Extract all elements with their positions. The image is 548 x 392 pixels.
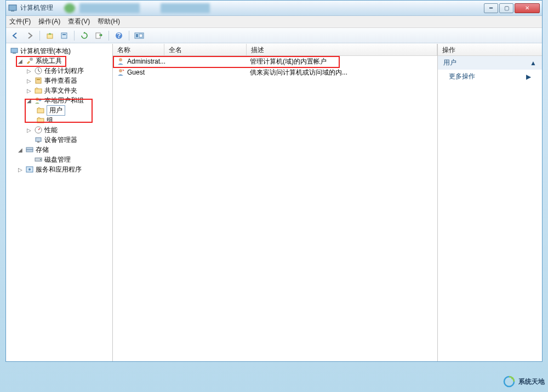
collapse-icon[interactable]: ◢ xyxy=(26,98,32,104)
tree-event-viewer[interactable]: ▷ 事件查看器 xyxy=(7,76,111,86)
action-more[interactable]: 更多操作 ▶ xyxy=(438,70,542,83)
svg-rect-20 xyxy=(37,109,44,113)
collapse-icon[interactable]: ◢ xyxy=(17,147,24,153)
action-section-users[interactable]: 用户 ▲ xyxy=(438,56,542,70)
svg-point-30 xyxy=(28,168,31,171)
back-button[interactable] xyxy=(9,30,21,42)
folder-icon xyxy=(36,116,45,124)
svg-text:?: ? xyxy=(117,32,121,39)
svg-point-34 xyxy=(511,377,513,379)
svg-point-28 xyxy=(40,159,41,160)
tree-system-tools[interactable]: ◢ 系统工具 xyxy=(7,56,111,66)
svg-rect-1 xyxy=(11,10,14,12)
tools-icon xyxy=(25,56,34,65)
svg-point-18 xyxy=(36,98,39,101)
clock-icon xyxy=(34,66,43,75)
svg-rect-15 xyxy=(36,78,41,83)
watermark: 系统天地 xyxy=(503,376,545,388)
svg-rect-5 xyxy=(96,33,100,38)
event-icon xyxy=(34,76,43,85)
svg-rect-9 xyxy=(136,34,138,37)
users-icon xyxy=(34,96,43,105)
export-button[interactable] xyxy=(93,30,105,42)
user-icon xyxy=(116,68,125,77)
shared-folder-icon xyxy=(34,86,43,95)
svg-rect-25 xyxy=(26,147,33,150)
disk-icon xyxy=(34,155,43,164)
svg-rect-24 xyxy=(37,141,39,143)
list-row-guest[interactable]: Guest 供来宾访问计算机或访问域的内... xyxy=(113,67,437,78)
watermark-icon xyxy=(503,376,515,388)
tree-performance[interactable]: ▷ 性能 xyxy=(7,125,111,135)
menu-action[interactable]: 操作(A) xyxy=(38,17,60,26)
window-title: 计算机管理 xyxy=(20,3,53,13)
tree-task-scheduler[interactable]: ▷ 任务计划程序 xyxy=(7,66,111,76)
action-pane: 操作 用户 ▲ 更多操作 ▶ xyxy=(438,44,542,361)
svg-point-31 xyxy=(119,58,122,61)
tree-local-users-groups[interactable]: ◢ 本地用户和组 xyxy=(7,95,111,105)
svg-rect-17 xyxy=(35,89,42,93)
expand-icon[interactable]: ▷ xyxy=(26,68,32,74)
col-fullname[interactable]: 全名 xyxy=(164,44,247,55)
folder-icon xyxy=(36,106,45,115)
list-header: 名称 全名 描述 xyxy=(113,44,437,56)
col-name[interactable]: 名称 xyxy=(113,44,164,55)
services-icon xyxy=(25,165,34,174)
menu-view[interactable]: 查看(V) xyxy=(68,17,90,26)
device-icon xyxy=(34,135,43,144)
expand-icon[interactable]: ▷ xyxy=(17,167,24,173)
svg-rect-4 xyxy=(62,34,66,35)
svg-rect-0 xyxy=(9,5,16,10)
col-description[interactable]: 描述 xyxy=(247,44,437,55)
list-row-administrator[interactable]: Administrat... 管理计算机(域)的内置帐户 xyxy=(113,56,437,67)
user-icon xyxy=(116,57,125,66)
help-button[interactable]: ? xyxy=(113,30,125,42)
collapse-arrow-icon: ▲ xyxy=(530,59,536,67)
tree-storage[interactable]: ◢ 存储 xyxy=(7,145,111,155)
performance-icon xyxy=(34,126,43,134)
tree-pane: 计算机管理(本地) ◢ 系统工具 ▷ 任务计划程序 ▷ 事件查看器 ▷ 共享文件… xyxy=(6,44,113,361)
expand-icon[interactable]: ▷ xyxy=(26,78,32,84)
menu-help[interactable]: 帮助(H) xyxy=(98,17,120,26)
tree-groups[interactable]: 组 xyxy=(7,115,111,125)
close-button[interactable]: ✕ xyxy=(515,3,540,13)
tree-shared-folders[interactable]: ▷ 共享文件夹 xyxy=(7,86,111,95)
properties-button[interactable] xyxy=(58,30,70,42)
menu-file[interactable]: 文件(F) xyxy=(9,17,31,26)
titlebar: 计算机管理 ━ ▢ ✕ xyxy=(6,1,542,16)
svg-point-13 xyxy=(30,58,33,61)
tree-root[interactable]: 计算机管理(本地) xyxy=(7,46,111,56)
maximize-button[interactable]: ▢ xyxy=(499,3,513,13)
svg-point-19 xyxy=(39,99,42,101)
expand-icon[interactable]: ▷ xyxy=(26,127,32,133)
svg-point-32 xyxy=(119,69,122,72)
svg-rect-16 xyxy=(37,79,40,80)
toolbar: ? xyxy=(6,28,542,43)
menubar: 文件(F) 操作(A) 查看(V) 帮助(H) xyxy=(6,16,542,28)
tree-disk-management[interactable]: ▷ 磁盘管理 xyxy=(7,155,111,164)
svg-rect-23 xyxy=(36,138,41,141)
up-button[interactable] xyxy=(44,30,56,42)
svg-rect-10 xyxy=(139,34,142,37)
forward-button[interactable] xyxy=(24,30,36,42)
show-hide-button[interactable] xyxy=(133,30,145,42)
main-window: 计算机管理 ━ ▢ ✕ 文件(F) 操作(A) 查看(V) 帮助(H) ? xyxy=(5,0,543,362)
titlebar-blur-area xyxy=(53,3,484,13)
expand-icon[interactable]: ▷ xyxy=(26,88,32,94)
storage-icon xyxy=(25,145,34,154)
svg-rect-3 xyxy=(61,33,67,38)
list-pane: 名称 全名 描述 Administrat... 管理计算机(域)的内置帐户 Gu… xyxy=(113,44,438,361)
app-icon xyxy=(8,4,17,13)
list-body: Administrat... 管理计算机(域)的内置帐户 Guest 供来宾访问… xyxy=(113,56,437,361)
refresh-button[interactable] xyxy=(78,30,90,42)
svg-rect-26 xyxy=(26,150,33,152)
action-header: 操作 xyxy=(438,44,542,56)
computer-icon xyxy=(10,47,19,55)
svg-rect-21 xyxy=(37,118,44,123)
tree-services-apps[interactable]: ▷ 服务和应用程序 xyxy=(7,164,111,174)
tree-device-manager[interactable]: ▷ 设备管理器 xyxy=(7,135,111,145)
svg-rect-2 xyxy=(47,34,53,38)
tree-users[interactable]: 用户 xyxy=(7,105,111,115)
collapse-icon[interactable]: ◢ xyxy=(17,58,24,64)
minimize-button[interactable]: ━ xyxy=(484,3,498,13)
